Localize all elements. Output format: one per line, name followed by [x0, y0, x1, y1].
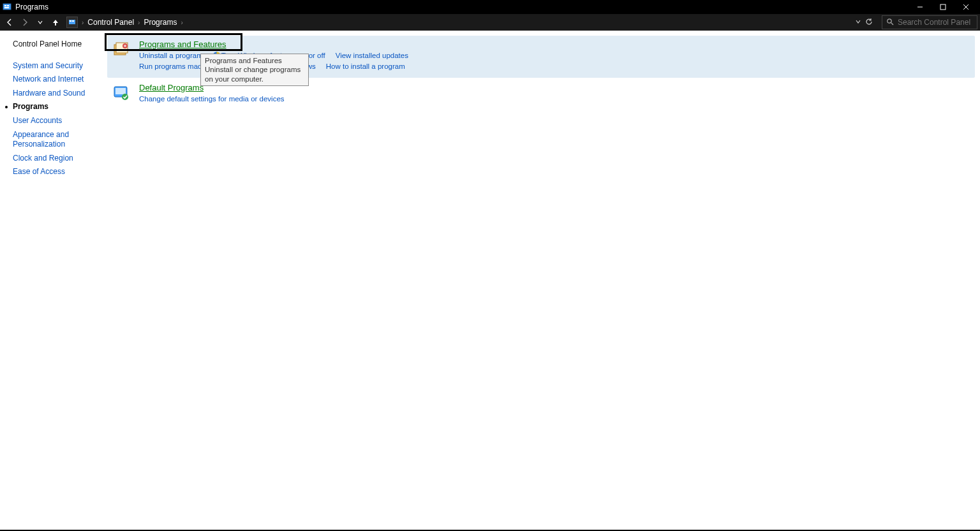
address-dropdown-button[interactable] [855, 18, 861, 27]
sidebar-item-system-security[interactable]: System and Security [13, 61, 96, 71]
category-title-default-programs[interactable]: Default Programs [139, 83, 204, 92]
tooltip-title: Programs and Features [205, 56, 304, 65]
content-pane: Programs and Features Uninstall a progra… [102, 31, 980, 530]
tooltip: Programs and Features Uninstall or chang… [200, 54, 309, 86]
up-button[interactable] [48, 15, 63, 29]
recent-locations-button[interactable] [33, 15, 47, 29]
location-cp-icon [66, 17, 78, 28]
chevron-right-icon: › [138, 19, 140, 26]
minimize-button[interactable] [909, 0, 932, 14]
search-input[interactable] [898, 18, 973, 27]
svg-rect-10 [72, 20, 74, 22]
svg-rect-9 [70, 20, 71, 22]
titlebar: Programs [0, 0, 980, 14]
sidebar-item-network-internet[interactable]: Network and Internet [13, 75, 96, 85]
breadcrumb-current[interactable]: Programs [144, 18, 177, 27]
tooltip-body: Uninstall or change programs on your com… [205, 65, 304, 84]
search-box[interactable] [882, 15, 977, 29]
svg-rect-5 [940, 4, 946, 10]
maximize-button[interactable] [932, 0, 954, 14]
svg-rect-3 [4, 7, 9, 8]
svg-point-11 [887, 18, 891, 22]
control-panel-icon [3, 3, 11, 11]
category-links: Change default settings for media or dev… [139, 94, 970, 105]
sidebar-item-programs[interactable]: Programs [13, 102, 96, 112]
sidebar-home[interactable]: Control Panel Home [13, 40, 96, 50]
chevron-right-icon: › [82, 19, 84, 26]
refresh-button[interactable] [865, 18, 873, 27]
sidebar-item-ease-of-access[interactable]: Ease of Access [13, 167, 96, 177]
programs-features-icon [112, 41, 130, 59]
svg-rect-17 [115, 88, 126, 94]
window-title: Programs [15, 3, 48, 11]
navigation-bar: › Control Panel › Programs › [0, 14, 980, 31]
work-area: Control Panel Home System and Security N… [0, 31, 980, 530]
default-programs-icon [112, 84, 130, 102]
search-icon [886, 18, 894, 27]
link-how-install[interactable]: How to install a program [326, 62, 405, 70]
link-view-updates[interactable]: View installed updates [336, 52, 408, 59]
close-button[interactable] [954, 0, 977, 14]
chevron-right-icon: › [181, 19, 182, 26]
sidebar-item-clock-region[interactable]: Clock and Region [13, 154, 96, 164]
address-bar[interactable]: › Control Panel › Programs › [64, 15, 875, 29]
link-change-defaults[interactable]: Change default settings for media or dev… [139, 95, 285, 103]
sidebar: Control Panel Home System and Security N… [0, 31, 102, 530]
category-title-programs-features[interactable]: Programs and Features [139, 40, 226, 49]
sidebar-item-appearance[interactable]: Appearance and Personalization [13, 130, 96, 150]
svg-rect-1 [4, 5, 6, 6]
svg-line-12 [891, 23, 893, 25]
svg-point-18 [122, 94, 128, 100]
back-button[interactable] [3, 15, 17, 29]
breadcrumb-root[interactable]: Control Panel [87, 18, 134, 27]
sidebar-item-user-accounts[interactable]: User Accounts [13, 116, 96, 126]
forward-button[interactable] [18, 15, 32, 29]
link-uninstall-program[interactable]: Uninstall a program [139, 52, 203, 59]
svg-rect-2 [7, 5, 9, 6]
svg-rect-0 [3, 4, 11, 10]
sidebar-item-hardware-sound[interactable]: Hardware and Sound [13, 89, 96, 99]
